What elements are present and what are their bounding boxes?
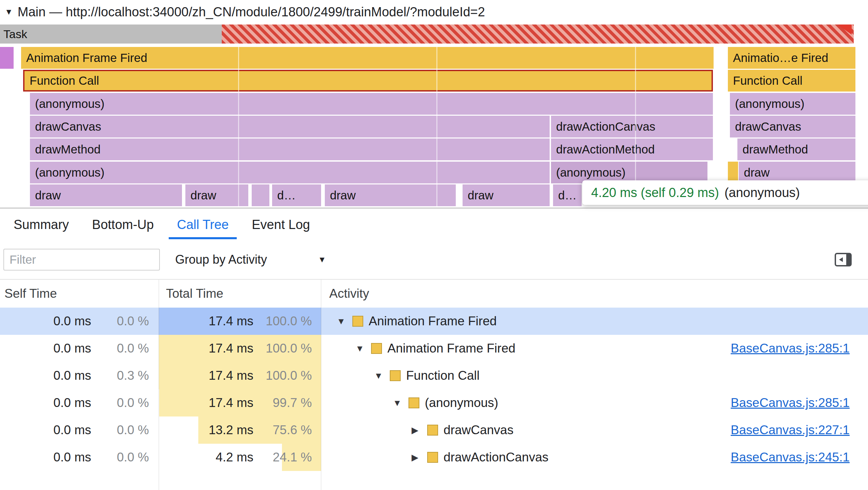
frame-tooltip: 4.20 ms (self 0.29 ms) (anonymous): [582, 180, 868, 205]
task-bar-segment[interactable]: Task: [0, 24, 222, 44]
collapse-icon[interactable]: ▼: [337, 316, 352, 327]
activity-color-swatch: [408, 397, 419, 408]
total-time-cell: 17.4 ms100.0 %: [159, 308, 321, 335]
expand-icon[interactable]: ▶: [412, 452, 427, 463]
flame-bar-block[interactable]: [0, 47, 14, 69]
tree-body: 0.0 ms0.0 %17.4 ms100.0 %▼Animation Fram…: [0, 308, 868, 471]
activity-cell: ▼Animation Frame Fired: [321, 308, 868, 335]
source-link[interactable]: BaseCanvas.js:285:1: [731, 396, 850, 410]
total-time-pct: 100.0 %: [253, 369, 312, 383]
total-time-pct: 24.1 %: [253, 450, 312, 464]
total-time-cell: 13.2 ms75.6 %: [159, 416, 321, 444]
main-track-header[interactable]: ▼ Main — http://localhost:34000/zh_CN/mo…: [0, 0, 868, 24]
total-time-cell: 4.2 ms24.1 %: [159, 444, 321, 471]
flame-bar-animation-frame-fired[interactable]: Animation Frame Fired: [21, 47, 714, 69]
flame-bar-anonymous[interactable]: (anonymous): [30, 93, 713, 115]
expand-icon[interactable]: ▶: [412, 425, 427, 436]
show-heaviest-stack-icon[interactable]: [834, 250, 852, 269]
self-time-ms: 0.0 ms: [0, 396, 91, 410]
flame-bar-drawactionmethod[interactable]: drawActionMethod: [551, 138, 713, 160]
devtools-performance-panel: ▼ Main — http://localhost:34000/zh_CN/mo…: [0, 0, 868, 490]
total-time-pct: 99.7 %: [253, 396, 312, 410]
filter-input[interactable]: [3, 249, 160, 271]
column-header-self-time[interactable]: Self Time: [0, 287, 159, 301]
tree-row-function-call[interactable]: 0.0 ms0.3 %17.4 ms100.0 %▼Function Call: [0, 362, 868, 389]
self-time-cell: 0.0 ms0.3 %: [0, 369, 159, 383]
column-header-activity[interactable]: Activity: [321, 287, 868, 301]
flame-bar-drawactioncanvas[interactable]: drawActionCanvas: [551, 116, 713, 137]
collapse-icon[interactable]: ▼: [355, 343, 371, 354]
long-task-warning-triangle-icon: [837, 24, 852, 35]
self-time-ms: 0.0 ms: [0, 369, 91, 383]
self-time-ms: 0.0 ms: [0, 450, 91, 464]
group-by-select[interactable]: Group by Activity ▼: [175, 252, 326, 267]
panel-resize-divider[interactable]: [0, 208, 868, 209]
tab-bottom-up[interactable]: Bottom-Up: [81, 209, 166, 240]
flame-bar-drawcanvas[interactable]: drawCanvas: [730, 116, 855, 137]
task-label: Task: [0, 28, 27, 41]
self-time-cell: 0.0 ms0.0 %: [0, 396, 159, 410]
tree-row-drawactioncanvas[interactable]: 0.0 ms0.0 %4.2 ms24.1 %▶drawActionCanvas…: [0, 444, 868, 471]
tree-row-drawcanvas[interactable]: 0.0 ms0.0 %13.2 ms75.6 %▶drawCanvasBaseC…: [0, 416, 868, 444]
flame-bar-draw[interactable]: draw: [463, 184, 550, 206]
activity-label: drawCanvas: [444, 423, 514, 437]
self-time-cell: 0.0 ms0.0 %: [0, 450, 159, 464]
activity-cell: ▼(anonymous)BaseCanvas.js:285:1: [321, 389, 868, 416]
flame-bar-drawcanvas[interactable]: drawCanvas: [30, 116, 550, 137]
tree-row-animation-frame-fired[interactable]: 0.0 ms0.0 %17.4 ms100.0 %▼Animation Fram…: [0, 308, 868, 335]
total-time-pct: 75.6 %: [253, 423, 312, 437]
long-task-hatch-segment[interactable]: [222, 24, 854, 44]
collapse-triangle-icon[interactable]: ▼: [5, 7, 13, 17]
total-time-ms: 17.4 ms: [159, 314, 253, 328]
self-time-pct: 0.0 %: [91, 423, 149, 437]
flame-bar-d[interactable]: d…: [272, 184, 321, 206]
tree-row-anonymous[interactable]: 0.0 ms0.0 %17.4 ms99.7 %▼(anonymous)Base…: [0, 389, 868, 416]
flame-bar-block[interactable]: [259, 184, 269, 206]
column-divider: [158, 280, 159, 490]
self-time-ms: 0.0 ms: [0, 314, 91, 328]
flame-bar-d[interactable]: d…: [553, 184, 582, 206]
total-time-ms: 17.4 ms: [159, 396, 253, 410]
self-time-cell: 0.0 ms0.0 %: [0, 314, 159, 328]
flame-bar-function-call[interactable]: Function Call: [23, 70, 713, 92]
activity-label: Function Call: [406, 369, 480, 383]
collapse-icon[interactable]: ▼: [374, 371, 390, 381]
activity-color-swatch: [352, 316, 363, 327]
self-time-pct: 0.0 %: [91, 450, 149, 464]
activity-label: Animation Frame Fired: [387, 341, 515, 356]
self-time-ms: 0.0 ms: [0, 423, 91, 437]
self-time-pct: 0.0 %: [91, 314, 149, 328]
task-track: Task: [0, 24, 868, 44]
flame-bar-draw[interactable]: draw: [30, 184, 182, 206]
flame-bar-anonymous[interactable]: (anonymous): [30, 162, 550, 183]
activity-color-swatch: [390, 370, 401, 381]
flame-bar-anonymous[interactable]: (anonymous): [730, 93, 855, 115]
tree-row-animation-frame-fired[interactable]: 0.0 ms0.0 %17.4 ms100.0 %▼Animation Fram…: [0, 335, 868, 362]
column-header-total-time[interactable]: Total Time: [159, 287, 321, 301]
total-time-cell: 17.4 ms100.0 %: [159, 335, 321, 362]
total-time-ms: 4.2 ms: [159, 450, 253, 464]
total-time-ms: 17.4 ms: [159, 369, 253, 383]
chevron-down-icon: ▼: [318, 255, 326, 264]
tree-header: Self Time Total Time Activity: [0, 280, 868, 308]
collapse-icon[interactable]: ▼: [393, 398, 408, 408]
flame-bar-function-call[interactable]: Function Call: [728, 70, 855, 92]
source-link[interactable]: BaseCanvas.js:245:1: [731, 450, 850, 464]
tab-summary[interactable]: Summary: [2, 209, 81, 240]
flame-bar-drawmethod[interactable]: drawMethod: [30, 138, 550, 160]
source-link[interactable]: BaseCanvas.js:227:1: [731, 423, 850, 437]
activity-label: drawActionCanvas: [444, 450, 548, 464]
column-divider: [321, 280, 321, 490]
source-link[interactable]: BaseCanvas.js:285:1: [731, 341, 850, 356]
tooltip-duration: 4.20 ms (self 0.29 ms): [591, 185, 719, 200]
activity-color-swatch: [427, 425, 438, 436]
tab-call-tree[interactable]: Call Tree: [165, 209, 240, 240]
total-time-pct: 100.0 %: [253, 341, 312, 356]
detail-toolbar: Group by Activity ▼: [0, 240, 868, 280]
flame-bar-drawmethod[interactable]: drawMethod: [737, 138, 855, 160]
self-time-ms: 0.0 ms: [0, 341, 91, 356]
flame-bar-animatio-e-fired[interactable]: Animatio…e Fired: [728, 47, 855, 69]
activity-label: Animation Frame Fired: [369, 314, 497, 328]
flame-chart: 4.20 ms (self 0.29 ms) (anonymous) Anima…: [0, 47, 868, 208]
tab-event-log[interactable]: Event Log: [240, 209, 321, 240]
